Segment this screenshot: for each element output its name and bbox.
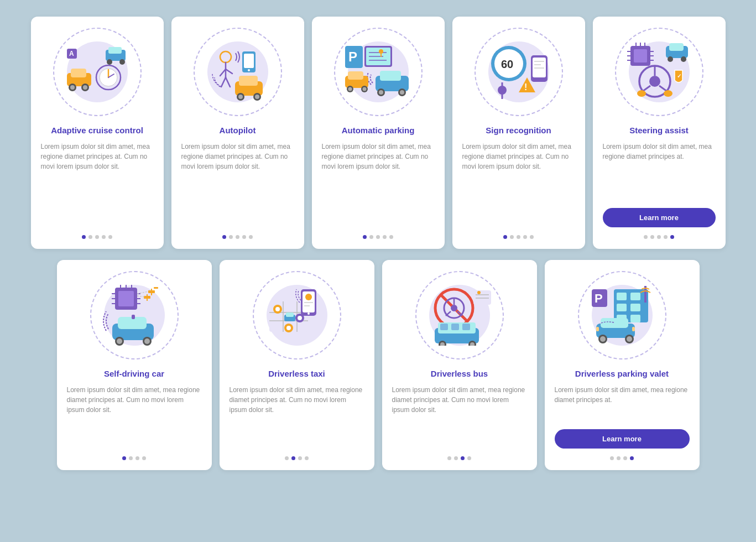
svg-text:60: 60 xyxy=(501,58,513,70)
card-row-2: Self-driving car Lorem ipsum dolor sit d… xyxy=(11,260,745,470)
dot xyxy=(376,235,380,239)
svg-rect-162 xyxy=(601,318,628,328)
svg-rect-130 xyxy=(286,312,294,317)
svg-point-16 xyxy=(220,51,231,62)
card-driverless-taxi: Driverless taxi Lorem ipsum dolor sit di… xyxy=(220,260,374,470)
dot xyxy=(617,456,621,460)
dot xyxy=(630,456,634,460)
svg-rect-157 xyxy=(630,315,640,322)
svg-rect-88 xyxy=(118,291,134,306)
dot xyxy=(298,456,302,460)
learn-more-button-valet[interactable]: Learn more xyxy=(555,429,690,449)
icon-container-parking: P xyxy=(334,28,423,116)
icon-container-steering: ✓ xyxy=(615,28,703,116)
svg-rect-26 xyxy=(239,76,258,86)
dot xyxy=(461,456,465,460)
card-title-valet: Driverless parking valet xyxy=(575,368,669,379)
learn-more-button-steering[interactable]: Learn more xyxy=(603,208,716,227)
dot xyxy=(454,456,458,460)
dots-sign xyxy=(503,235,534,239)
icon-container-sign: 60 ! xyxy=(475,28,563,116)
svg-rect-65 xyxy=(669,43,684,51)
card-body-sign: Lorem ipsum dolor sit dim amet, mea regi… xyxy=(462,142,575,228)
icon-container-taxi xyxy=(253,271,341,359)
dot xyxy=(523,235,527,239)
svg-rect-99 xyxy=(151,289,152,295)
dot xyxy=(249,235,253,239)
self-driving-car-icon xyxy=(98,285,170,346)
svg-point-49 xyxy=(348,87,352,91)
svg-line-82 xyxy=(643,86,650,91)
card-body-adaptive: Lorem ipsum dolor sit dim amet, mea regi… xyxy=(41,142,154,228)
card-driverless-bus: Driverless bus Lorem ipsum dolor sit dim… xyxy=(382,260,537,470)
svg-point-164 xyxy=(600,336,606,342)
svg-point-84 xyxy=(637,90,646,97)
svg-line-20 xyxy=(221,77,226,87)
svg-point-67 xyxy=(681,56,686,62)
svg-point-150 xyxy=(477,291,481,294)
dot xyxy=(383,235,387,239)
dot xyxy=(95,235,99,239)
dot xyxy=(305,456,309,460)
svg-point-12 xyxy=(107,59,112,65)
svg-rect-155 xyxy=(630,304,640,311)
card-title-bus: Driverless bus xyxy=(431,368,488,379)
svg-rect-69 xyxy=(634,49,647,62)
card-body-taxi: Lorem ipsum dolor sit dim amet, mea regi… xyxy=(230,385,364,449)
steering-assist-icon: ✓ xyxy=(626,41,692,102)
dot xyxy=(610,456,614,460)
svg-point-51 xyxy=(362,87,366,91)
card-body-valet: Lorem ipsum dolor sit dim amet, mea regi… xyxy=(555,385,690,422)
svg-point-85 xyxy=(664,90,672,97)
svg-rect-168 xyxy=(632,327,635,331)
driverless-parking-valet-icon: P xyxy=(586,285,658,346)
dot xyxy=(82,235,86,239)
card-body-parking: Lorem ipsum dolor sit dim amet, mea regi… xyxy=(322,142,435,228)
svg-text:P: P xyxy=(595,291,603,305)
autopilot-icon xyxy=(205,41,271,102)
card-sign-recognition: 60 ! Sign recognition Lorem ipsum dolor … xyxy=(452,17,585,249)
dot xyxy=(291,456,295,460)
dot xyxy=(242,235,246,239)
dot xyxy=(88,235,92,239)
svg-point-166 xyxy=(627,336,632,342)
card-body-steering: Lorem ipsum dolor sit dim amet, mea regi… xyxy=(603,142,716,201)
card-steering-assist: ✓ Steering assist Lorem ipsum dolor sit … xyxy=(593,17,726,249)
svg-point-38 xyxy=(379,49,383,54)
svg-line-18 xyxy=(220,69,226,76)
svg-rect-142 xyxy=(462,324,470,330)
svg-point-28 xyxy=(238,95,243,99)
svg-point-122 xyxy=(286,326,291,330)
dot xyxy=(369,235,373,239)
dot xyxy=(664,235,668,239)
dot xyxy=(363,235,367,239)
card-body-autopilot: Lorem ipsum dolor sit dim amet, mea regi… xyxy=(181,142,294,228)
driverless-taxi-icon xyxy=(261,285,333,346)
svg-rect-167 xyxy=(596,327,599,331)
card-title-taxi: Driverless taxi xyxy=(268,368,325,379)
svg-point-66 xyxy=(668,56,673,62)
icon-container-adaptive: A xyxy=(53,28,142,116)
dot xyxy=(644,235,648,239)
icon-container-autopilot xyxy=(194,28,282,116)
dots-steering xyxy=(644,235,674,239)
dot xyxy=(517,235,520,239)
dot xyxy=(102,235,106,239)
svg-rect-100 xyxy=(154,287,158,289)
svg-text:A: A xyxy=(69,50,74,58)
svg-point-126 xyxy=(305,294,312,300)
dot xyxy=(236,235,239,239)
dot xyxy=(503,235,507,239)
dot xyxy=(285,456,289,460)
card-adaptive-cruise-control: A Adaptive cruise control Lorem ipsum do… xyxy=(31,17,164,249)
card-body-self-driving: Lorem ipsum dolor sit dim amet, mea regi… xyxy=(67,385,202,449)
dot xyxy=(122,456,126,460)
driverless-bus-icon xyxy=(424,285,496,346)
card-self-driving: Self-driving car Lorem ipsum dolor sit d… xyxy=(57,260,212,470)
dots-parking xyxy=(363,235,393,239)
svg-rect-11 xyxy=(108,47,122,54)
svg-rect-147 xyxy=(473,290,491,305)
card-title-self-driving: Self-driving car xyxy=(104,368,164,379)
svg-rect-154 xyxy=(617,304,627,311)
card-title-steering: Steering assist xyxy=(629,125,689,136)
